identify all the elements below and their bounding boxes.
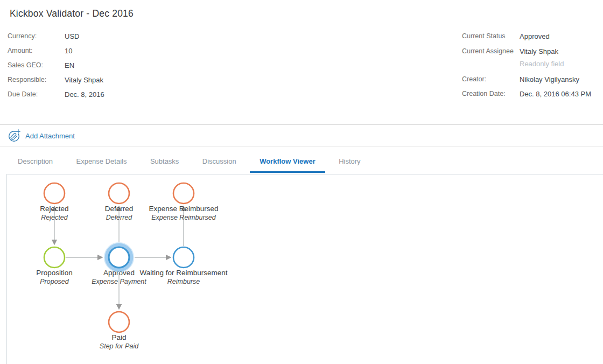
field-value: Dec. 8, 2016 06:43 PM <box>520 90 591 98</box>
state-circle <box>44 183 65 204</box>
workflow-node-deferred: DeferredDeferred <box>105 183 134 221</box>
workflow-node-proposition: PropositionProposed <box>36 247 73 285</box>
state-sublabel: Expense Reimbursed <box>151 214 216 221</box>
add-attachment-label: Add Attachment <box>25 132 75 140</box>
field-label: Sales GEO: <box>8 61 65 69</box>
state-label: Paid <box>111 333 126 341</box>
workflow-node-paid: PaidStep for Paid <box>100 312 139 350</box>
field-value: Approved <box>520 32 550 40</box>
state-label: Rejected <box>40 205 68 213</box>
tab-expense-details[interactable]: Expense Details <box>66 146 136 173</box>
field-current-assignee: Current Assignee Vitaly Shpak <box>462 47 558 55</box>
state-sublabel: Reimburse <box>167 278 200 285</box>
state-sublabel: Expense Payment <box>92 278 146 285</box>
task-detail-page: { "header": { "title": "Kickbox Validato… <box>0 0 603 364</box>
field-value: Vitaly Shpak <box>65 76 103 84</box>
field-value: EN <box>65 61 74 69</box>
field-label: Creator: <box>462 75 520 83</box>
workflow-node-rejected: RejectedRejected <box>40 183 68 221</box>
workflow-viewer-panel: RejectedRejectedDeferredDeferredExpense … <box>6 174 603 364</box>
state-circle <box>109 247 129 268</box>
readonly-hint: Readonly field <box>520 60 564 68</box>
tab-workflow-viewer[interactable]: Workflow Viewer <box>250 146 325 173</box>
state-sublabel: Deferred <box>106 214 133 221</box>
workflow-node-expense-reimbursed: Expense ReimbursedExpense Reimbursed <box>149 183 218 221</box>
field-label: Current Assignee <box>462 47 520 55</box>
state-circle <box>173 247 194 268</box>
field-value: Vitaly Shpak <box>520 47 558 55</box>
workflow-diagram: RejectedRejectedDeferredDeferredExpense … <box>7 174 602 364</box>
tab-discussion[interactable]: Discussion <box>193 146 246 173</box>
divider-top <box>0 124 603 125</box>
field-label: Due Date: <box>8 90 65 99</box>
state-sublabel: Rejected <box>41 214 68 221</box>
field-label: Creation Date: <box>462 90 520 98</box>
state-label: Expense Reimbursed <box>149 205 218 213</box>
field-value: Dec. 8, 2016 <box>65 90 104 99</box>
field-amount: Amount: 10 <box>8 47 72 55</box>
field-label: Current Status <box>462 32 520 40</box>
field-label: Responsible: <box>8 76 65 84</box>
field-label: Currency: <box>8 32 65 40</box>
tab-description[interactable]: Description <box>8 146 62 173</box>
state-label: Waiting for Reimbursement <box>139 269 227 277</box>
tab-bar: Description Expense Details Subtasks Dis… <box>0 146 603 174</box>
tab-history[interactable]: History <box>329 146 370 173</box>
state-circle <box>44 247 65 268</box>
state-circle <box>173 183 194 204</box>
add-attachment-button[interactable]: Add Attachment <box>8 129 75 143</box>
field-creation-date: Creation Date: Dec. 8, 2016 06:43 PM <box>462 90 591 98</box>
field-value: Nikolay Vigilyansky <box>520 75 579 83</box>
field-current-status: Current Status Approved <box>462 32 550 40</box>
attachment-add-icon <box>8 129 21 143</box>
field-sales-geo: Sales GEO: EN <box>8 61 74 69</box>
field-responsible: Responsible: Vitaly Shpak <box>8 76 103 84</box>
state-circle <box>109 312 129 332</box>
state-sublabel: Step for Paid <box>100 342 139 350</box>
workflow-node-waiting: Waiting for ReimbursementReimburse <box>139 247 227 285</box>
state-label: Proposition <box>36 269 73 277</box>
page-title: Kickbox Validator - Dec 2016 <box>10 8 134 19</box>
workflow-node-approved: ApprovedExpense Payment <box>92 243 146 286</box>
field-due-date: Due Date: Dec. 8, 2016 <box>8 90 104 99</box>
field-label: Amount: <box>8 47 65 55</box>
field-value: USD <box>65 32 79 40</box>
state-label: Deferred <box>105 205 134 213</box>
field-creator: Creator: Nikolay Vigilyansky <box>462 75 579 83</box>
state-circle <box>109 183 129 204</box>
state-sublabel: Proposed <box>40 278 69 285</box>
field-currency: Currency: USD <box>8 32 79 40</box>
tab-subtasks[interactable]: Subtasks <box>141 146 188 173</box>
field-value: 10 <box>65 47 72 55</box>
